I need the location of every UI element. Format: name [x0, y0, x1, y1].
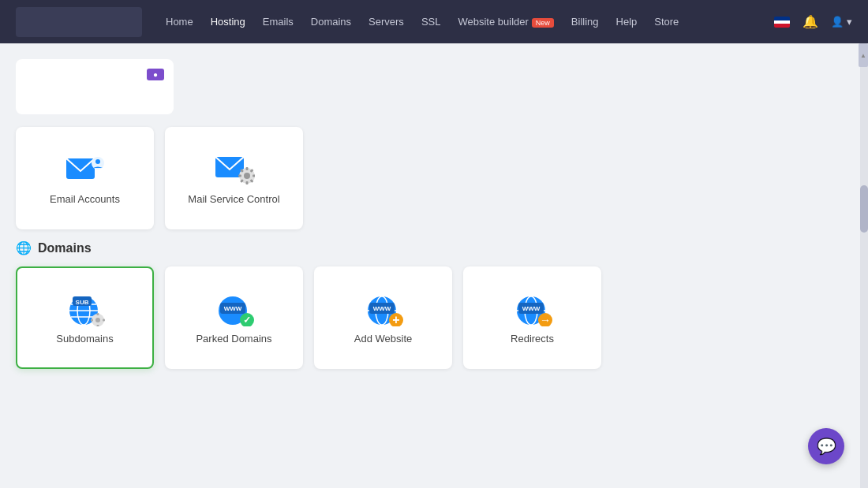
email-accounts-icon: [65, 152, 106, 185]
svg-text:+: +: [392, 313, 399, 326]
navbar-links: Home Hosting Emails Domains Servers SSL …: [166, 16, 774, 28]
svg-rect-8: [238, 174, 241, 177]
redirects-icon: WWW →: [512, 292, 553, 325]
card-badge: ●: [147, 69, 164, 80]
svg-rect-24: [96, 325, 99, 326]
svg-text:WWW: WWW: [223, 305, 241, 312]
navbar-logo[interactable]: [16, 7, 142, 37]
nav-home[interactable]: Home: [166, 16, 193, 28]
nav-help[interactable]: Help: [616, 16, 638, 28]
subdomains-label: Subdomains: [56, 333, 113, 345]
new-badge: New: [532, 18, 554, 28]
email-accounts-label: Email Accounts: [50, 193, 120, 205]
svg-point-5: [244, 173, 250, 179]
nav-emails[interactable]: Emails: [263, 16, 294, 28]
navbar: Home Hosting Emails Domains Servers SSL …: [0, 0, 868, 43]
svg-rect-23: [96, 313, 99, 315]
svg-rect-25: [91, 319, 93, 321]
svg-text:WWW: WWW: [522, 305, 540, 312]
svg-rect-7: [245, 181, 248, 184]
svg-text:✓: ✓: [243, 315, 251, 326]
add-website-label: Add Website: [354, 333, 412, 345]
card-subdomains[interactable]: SUB Subdomains: [16, 266, 154, 369]
mail-service-control-label: Mail Service Control: [188, 193, 279, 205]
nav-ssl[interactable]: SSL: [421, 16, 441, 28]
svg-text:WWW: WWW: [372, 305, 391, 312]
svg-point-22: [95, 318, 100, 322]
svg-text:SUB: SUB: [75, 299, 88, 306]
svg-text:→: →: [540, 314, 551, 326]
main-content: ● Email Accounts: [0, 43, 868, 396]
svg-point-2: [95, 159, 100, 164]
email-cards-row: Email Accounts: [16, 127, 844, 229]
nav-hosting[interactable]: Hosting: [211, 16, 245, 28]
language-flag-icon[interactable]: [774, 17, 790, 28]
card-email-accounts[interactable]: Email Accounts: [16, 127, 154, 229]
parked-domains-label: Parked Domains: [196, 333, 271, 345]
chat-icon: 💬: [817, 437, 836, 456]
user-menu[interactable]: 👤 ▾: [831, 16, 852, 28]
svg-rect-26: [103, 319, 105, 321]
nav-billing[interactable]: Billing: [571, 16, 599, 28]
card-add-website[interactable]: WWW + Add Website: [314, 266, 452, 369]
card-redirects[interactable]: WWW → Redirects: [463, 266, 601, 369]
mail-service-icon: [214, 152, 255, 185]
top-partial-card[interactable]: ●: [16, 59, 174, 114]
chat-button[interactable]: 💬: [808, 428, 844, 464]
domains-cards-row: SUB Subdomains: [16, 266, 844, 369]
svg-rect-9: [253, 174, 255, 177]
notifications-icon[interactable]: 🔔: [803, 14, 818, 29]
card-parked-domains[interactable]: WWW ✓ Parked Domains: [165, 266, 303, 369]
nav-servers[interactable]: Servers: [369, 16, 404, 28]
redirects-label: Redirects: [511, 333, 554, 345]
domains-globe-icon: 🌐: [16, 240, 32, 255]
nav-domains[interactable]: Domains: [311, 16, 351, 28]
domains-section-title: Domains: [38, 241, 92, 255]
navbar-right: 🔔 👤 ▾: [774, 14, 852, 29]
add-website-icon: WWW +: [363, 292, 404, 325]
nav-website-builder[interactable]: Website builderNew: [458, 16, 553, 28]
nav-store[interactable]: Store: [654, 16, 679, 28]
domains-section-header: 🌐 Domains: [16, 240, 844, 255]
svg-rect-6: [245, 167, 248, 170]
parked-domains-icon: WWW ✓: [214, 292, 255, 325]
subdomains-icon: SUB: [65, 292, 106, 325]
card-mail-service-control[interactable]: Mail Service Control: [165, 127, 303, 229]
